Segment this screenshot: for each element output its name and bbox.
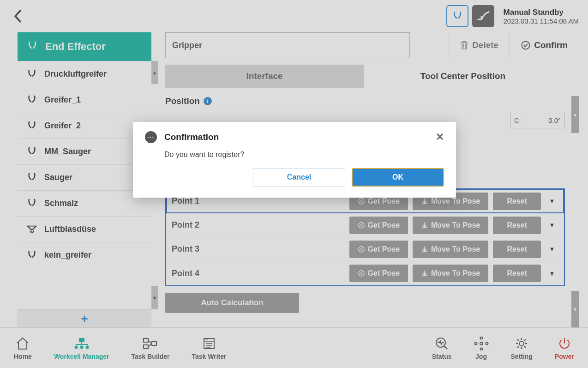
ok-button[interactable]: OK <box>352 168 444 187</box>
close-icon[interactable]: ✕ <box>436 131 444 143</box>
confirmation-dialog: ⋯ Confirmation ✕ Do you want to register… <box>133 122 456 198</box>
dialog-message: Do you want to register? <box>145 143 444 168</box>
cancel-button[interactable]: Cancel <box>253 168 345 187</box>
dialog-title: Confirmation <box>164 132 428 142</box>
dialog-icon: ⋯ <box>145 131 157 143</box>
